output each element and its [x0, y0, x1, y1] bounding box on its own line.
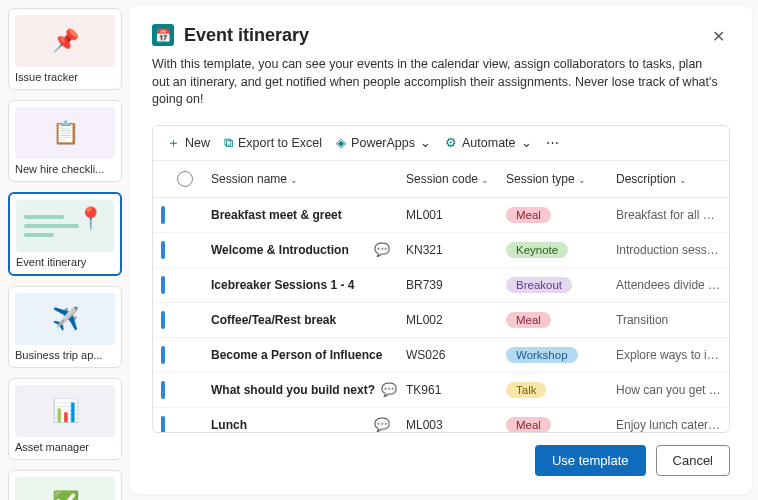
list-preview: ＋New ⧉Export to Excel ◈PowerApps⌄ ⚙Autom…	[152, 125, 730, 434]
table-row[interactable]: What should you build next?💬TK961TalkHow…	[153, 372, 729, 407]
session-description: Explore ways to influe...	[608, 337, 729, 372]
template-card-business-trip[interactable]: ✈️ Business trip ap...	[8, 286, 122, 368]
session-type-pill: Meal	[506, 312, 551, 328]
thumb-icon: ✅	[15, 477, 115, 500]
row-handle	[161, 311, 165, 329]
session-code: WS026	[398, 337, 498, 372]
table-row[interactable]: Welcome & Introduction💬KN321KeynoteIntro…	[153, 232, 729, 267]
use-template-button[interactable]: Use template	[535, 445, 646, 476]
table-row[interactable]: Become a Person of InfluenceWS026Worksho…	[153, 337, 729, 372]
table-row[interactable]: Icebreaker Sessions 1 - 4BR739BreakoutAt…	[153, 267, 729, 302]
table-row[interactable]: Lunch💬ML003MealEnjoy lunch catered b...	[153, 407, 729, 432]
session-description: Transition	[608, 302, 729, 337]
col-session-code[interactable]: Session code⌄	[398, 161, 498, 198]
col-session-name[interactable]: Session name⌄	[203, 161, 398, 198]
session-code: ML001	[398, 197, 498, 232]
main-panel: 📅 Event itinerary ✕ With this template, …	[130, 6, 752, 494]
thumb-icon: 📊	[15, 385, 115, 437]
col-session-type[interactable]: Session type⌄	[498, 161, 608, 198]
row-handle	[161, 416, 165, 433]
session-name: What should you build next?	[211, 383, 375, 397]
session-description: Enjoy lunch catered b...	[608, 407, 729, 432]
thumb-icon: 📍	[16, 200, 114, 252]
export-excel-button[interactable]: ⧉Export to Excel	[224, 135, 322, 151]
session-name: Breakfast meet & greet	[211, 208, 342, 222]
page-title: Event itinerary	[184, 25, 309, 46]
session-code: KN321	[398, 232, 498, 267]
session-code: ML002	[398, 302, 498, 337]
template-card-more[interactable]: ✅	[8, 470, 122, 500]
session-code: BR739	[398, 267, 498, 302]
session-name: Welcome & Introduction	[211, 243, 349, 257]
thumb-icon: ✈️	[15, 293, 115, 345]
chevron-down-icon: ⌄	[481, 175, 489, 185]
session-type-pill: Meal	[506, 207, 551, 223]
ellipsis-icon: ⋯	[546, 135, 559, 150]
list-toolbar: ＋New ⧉Export to Excel ◈PowerApps⌄ ⚙Autom…	[153, 126, 729, 161]
chevron-down-icon: ⌄	[420, 135, 431, 150]
session-type-pill: Keynote	[506, 242, 568, 258]
session-type-pill: Meal	[506, 417, 551, 433]
select-all-header[interactable]	[169, 161, 203, 198]
template-card-asset-manager[interactable]: 📊 Asset manager	[8, 378, 122, 460]
session-description: Attendees divide into...	[608, 267, 729, 302]
thumb-icon: 📋	[15, 107, 115, 159]
session-type-pill: Workshop	[506, 347, 578, 363]
cancel-button[interactable]: Cancel	[656, 445, 730, 476]
chevron-down-icon: ⌄	[290, 175, 298, 185]
row-handle	[161, 346, 165, 364]
table-row[interactable]: Breakfast meet & greetML001MealBreakfast…	[153, 197, 729, 232]
session-type-pill: Breakout	[506, 277, 572, 293]
new-button[interactable]: ＋New	[167, 134, 210, 152]
row-handle	[161, 381, 165, 399]
automate-button[interactable]: ⚙Automate⌄	[445, 135, 532, 150]
session-description: Introduction session ...	[608, 232, 729, 267]
row-handle	[161, 241, 165, 259]
powerapps-icon: ◈	[336, 135, 346, 150]
close-button[interactable]: ✕	[706, 24, 730, 48]
plus-icon: ＋	[167, 134, 180, 152]
session-description: Breakfast for all atten...	[608, 197, 729, 232]
template-card-new-hire[interactable]: 📋 New hire checkli...	[8, 100, 122, 182]
excel-icon: ⧉	[224, 135, 233, 151]
thumb-icon: 📌	[15, 15, 115, 67]
comment-icon[interactable]: 💬	[381, 382, 397, 397]
session-description: How can you get over...	[608, 372, 729, 407]
session-name: Coffee/Tea/Rest break	[211, 313, 336, 327]
session-name: Lunch	[211, 418, 247, 432]
automate-icon: ⚙	[445, 135, 457, 150]
session-code: ML003	[398, 407, 498, 432]
row-handle	[161, 206, 165, 224]
powerapps-button[interactable]: ◈PowerApps⌄	[336, 135, 431, 150]
template-card-event-itinerary[interactable]: 📍 Event itinerary	[8, 192, 122, 276]
comment-icon[interactable]: 💬	[374, 242, 390, 257]
row-handle	[161, 276, 165, 294]
more-button[interactable]: ⋯	[546, 135, 559, 150]
session-type-pill: Talk	[506, 382, 546, 398]
col-description[interactable]: Description⌄	[608, 161, 729, 198]
chevron-down-icon: ⌄	[679, 175, 687, 185]
template-description: With this template, you can see your eve…	[152, 56, 722, 109]
table-row[interactable]: Coffee/Tea/Rest breakML002MealTransition	[153, 302, 729, 337]
sessions-table: Session name⌄ Session code⌄ Session type…	[153, 161, 729, 433]
session-name: Icebreaker Sessions 1 - 4	[211, 278, 354, 292]
chevron-down-icon: ⌄	[521, 135, 532, 150]
comment-icon[interactable]: 💬	[374, 417, 390, 432]
chevron-down-icon: ⌄	[578, 175, 586, 185]
template-sidebar: 📌 Issue tracker 📋 New hire checkli... 📍 …	[0, 0, 130, 500]
session-code: TK961	[398, 372, 498, 407]
template-card-issue-tracker[interactable]: 📌 Issue tracker	[8, 8, 122, 90]
session-name: Become a Person of Influence	[211, 348, 382, 362]
calendar-icon: 📅	[152, 24, 174, 46]
